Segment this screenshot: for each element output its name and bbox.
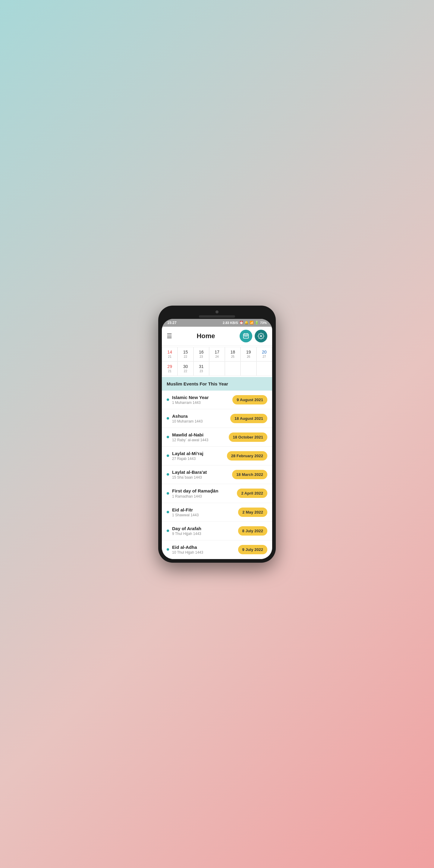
svg-point-2 bbox=[246, 336, 247, 337]
notch bbox=[199, 315, 235, 318]
event-hijri-7: 9 Thul Hijjah 1443 bbox=[172, 532, 201, 536]
event-list: Islamic New Year 1 Muharram 1443 9 Augus… bbox=[162, 391, 272, 559]
event-name-4: Laylat al-Bara'at bbox=[172, 470, 207, 475]
event-dot-7 bbox=[167, 530, 169, 532]
cal-cell-empty-3 bbox=[241, 361, 256, 376]
cal-cell-14[interactable]: 14 21 bbox=[162, 347, 178, 361]
event-hijri-8: 10 Thul Hijjah 1443 bbox=[172, 550, 203, 555]
event-hijri-6: 1 Shawwal 1443 bbox=[172, 513, 198, 517]
event-name-3: Laylat al-Mi'raj bbox=[172, 451, 204, 456]
event-dot-1 bbox=[167, 417, 169, 420]
event-date-8: 9 July 2022 bbox=[238, 545, 267, 554]
event-dot-0 bbox=[167, 398, 169, 401]
event-name-8: Eid al-Adha bbox=[172, 545, 203, 550]
event-name-5: First day of Ramaḍān bbox=[172, 488, 218, 494]
status-bar: 15:27 2.83 KB/S ⏰ 🔔 📶 🔋 73% bbox=[162, 319, 272, 327]
event-dot-5 bbox=[167, 492, 169, 495]
event-date-7: 8 July 2022 bbox=[238, 526, 267, 535]
calendar-icon-button[interactable] bbox=[240, 330, 252, 342]
app-title: Home bbox=[196, 332, 215, 340]
calendar-icon bbox=[243, 333, 249, 339]
menu-icon[interactable]: ☰ bbox=[167, 333, 172, 340]
status-battery: 73% bbox=[260, 321, 267, 324]
cal-cell-20[interactable]: 20 27 bbox=[256, 347, 272, 361]
cal-cell-29[interactable]: 29 21 bbox=[162, 361, 178, 376]
event-name-7: Day of Arafah bbox=[172, 526, 201, 531]
event-name-6: Eid al-Fitr bbox=[172, 507, 198, 513]
event-hijri-2: 12 Raby` al-awal 1443 bbox=[172, 438, 208, 442]
event-date-0: 9 August 2021 bbox=[232, 395, 267, 404]
camera bbox=[216, 310, 218, 313]
event-dot-2 bbox=[167, 436, 169, 438]
cal-cell-empty-1 bbox=[209, 361, 225, 376]
cal-cell-31[interactable]: 31 23 bbox=[193, 361, 209, 376]
event-item-3[interactable]: Laylat al-Mi'raj 27 Rajab 1443 28 Februa… bbox=[162, 447, 272, 465]
app-bar: ☰ Home bbox=[162, 327, 272, 346]
cal-cell-30[interactable]: 30 22 bbox=[178, 361, 193, 376]
cal-cell-empty-2 bbox=[225, 361, 241, 376]
app-bar-icons bbox=[240, 330, 267, 342]
calendar-row-1: 14 21 15 22 16 23 17 24 18 25 bbox=[162, 347, 272, 361]
cal-cell-empty-4 bbox=[256, 361, 272, 376]
event-item-2[interactable]: Mawlid al-Nabi 12 Raby` al-awal 1443 18 … bbox=[162, 428, 272, 447]
event-hijri-0: 1 Muharram 1443 bbox=[172, 401, 209, 405]
status-right: 2.83 KB/S ⏰ 🔔 📶 🔋 73% bbox=[223, 321, 267, 324]
svg-point-4 bbox=[260, 335, 262, 337]
event-date-3: 28 February 2022 bbox=[227, 451, 267, 461]
cal-cell-15[interactable]: 15 22 bbox=[178, 347, 193, 361]
phone-frame: 15:27 2.83 KB/S ⏰ 🔔 📶 🔋 73% ☰ Home bbox=[158, 306, 276, 563]
event-name-2: Mawlid al-Nabi bbox=[172, 432, 208, 437]
event-date-4: 18 March 2022 bbox=[232, 470, 267, 479]
settings-icon-button[interactable] bbox=[255, 330, 267, 342]
calendar-row-2: 29 21 30 22 31 23 bbox=[162, 361, 272, 376]
event-item-1[interactable]: Ashura 10 Muharram 1443 18 August 2021 bbox=[162, 409, 272, 428]
event-name-0: Islamic New Year bbox=[172, 395, 209, 400]
cal-cell-16[interactable]: 16 23 bbox=[193, 347, 209, 361]
svg-point-1 bbox=[244, 336, 245, 337]
cal-cell-17[interactable]: 17 24 bbox=[209, 347, 225, 361]
event-date-6: 2 May 2022 bbox=[238, 507, 267, 517]
svg-point-3 bbox=[247, 336, 247, 337]
event-dot-3 bbox=[167, 455, 169, 457]
event-hijri-4: 15 Sha`baan 1443 bbox=[172, 475, 207, 479]
cal-cell-18[interactable]: 18 25 bbox=[225, 347, 241, 361]
event-name-1: Ashura bbox=[172, 413, 203, 418]
event-hijri-3: 27 Rajab 1443 bbox=[172, 457, 204, 461]
event-item-5[interactable]: First day of Ramaḍān 1 Ramadhan 1443 2 A… bbox=[162, 484, 272, 503]
event-item-4[interactable]: Laylat al-Bara'at 15 Sha`baan 1443 18 Ma… bbox=[162, 465, 272, 484]
events-header: Muslim Events For This Year bbox=[162, 377, 272, 391]
event-item-6[interactable]: Eid al-Fitr 1 Shawwal 1443 2 May 2022 bbox=[162, 503, 272, 522]
event-dot-8 bbox=[167, 548, 169, 551]
event-date-1: 18 August 2021 bbox=[230, 414, 267, 423]
calendar-grid: 14 21 15 22 16 23 17 24 18 25 bbox=[162, 346, 272, 377]
event-dot-4 bbox=[167, 473, 169, 475]
event-hijri-1: 10 Muharram 1443 bbox=[172, 419, 203, 424]
event-date-2: 18 October 2021 bbox=[229, 433, 267, 442]
status-time: 15:27 bbox=[167, 321, 177, 325]
cal-cell-19[interactable]: 19 26 bbox=[241, 347, 256, 361]
event-item-7[interactable]: Day of Arafah 9 Thul Hijjah 1443 8 July … bbox=[162, 522, 272, 540]
event-date-5: 2 April 2022 bbox=[237, 489, 267, 498]
event-hijri-5: 1 Ramadhan 1443 bbox=[172, 494, 218, 498]
gear-icon bbox=[258, 333, 264, 339]
status-speed: 2.83 KB/S bbox=[223, 321, 238, 324]
event-item-8[interactable]: Eid al-Adha 10 Thul Hijjah 1443 9 July 2… bbox=[162, 540, 272, 559]
event-item-0[interactable]: Islamic New Year 1 Muharram 1443 9 Augus… bbox=[162, 391, 272, 409]
event-dot-6 bbox=[167, 511, 169, 513]
status-icons: ⏰ 🔔 📶 🔋 bbox=[239, 321, 259, 324]
phone-screen: 15:27 2.83 KB/S ⏰ 🔔 📶 🔋 73% ☰ Home bbox=[162, 319, 272, 559]
